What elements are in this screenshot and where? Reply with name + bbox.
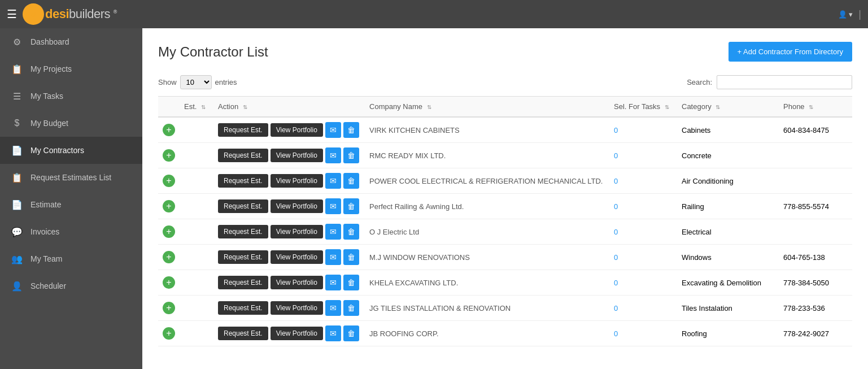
email-button-0[interactable]: ✉ — [325, 122, 341, 138]
budget-icon: $ — [11, 118, 23, 129]
email-button-6[interactable]: ✉ — [325, 275, 341, 290]
sel-count-4[interactable]: 0 — [614, 228, 618, 236]
sidebar-item-scheduler[interactable]: 👤 Scheduler — [0, 272, 142, 299]
sel-tasks-4: 0 — [609, 219, 677, 245]
add-row-icon-4[interactable]: + — [163, 225, 175, 238]
email-button-2[interactable]: ✉ — [325, 173, 341, 189]
estimate-icon: 📄 — [11, 199, 23, 210]
sel-count-2[interactable]: 0 — [614, 177, 618, 185]
col-est[interactable]: Est. ⇅ — [180, 97, 213, 118]
scheduler-icon: 👤 — [11, 280, 23, 292]
request-est-button-2[interactable]: Request Est. — [218, 174, 268, 188]
view-portfolio-button-6[interactable]: View Portfolio — [271, 276, 323, 289]
email-button-3[interactable]: ✉ — [325, 198, 341, 214]
add-contractor-button[interactable]: + Add Contractor From Directory — [729, 42, 852, 62]
sidebar-item-my-contractors[interactable]: 📄 My Contractors — [0, 137, 142, 164]
table-row: + Request Est. View Portfolio ✉ 🗑 RMC RE… — [158, 143, 852, 168]
sidebar-item-request-estimates[interactable]: 📋 Request Estimates List — [0, 164, 142, 191]
request-est-button-8[interactable]: Request Est. — [218, 327, 268, 340]
sidebar-item-my-projects[interactable]: 📋 My Projects — [0, 55, 142, 83]
sidebar-item-my-budget[interactable]: $ My Budget — [0, 110, 142, 137]
sidebar-item-my-tasks[interactable]: ☰ My Tasks — [0, 83, 142, 110]
view-portfolio-button-4[interactable]: View Portfolio — [271, 225, 323, 238]
request-est-button-1[interactable]: Request Est. — [218, 149, 268, 162]
add-row-icon-8[interactable]: + — [163, 327, 175, 340]
add-cell-4: + — [158, 219, 180, 245]
add-row-icon-3[interactable]: + — [163, 200, 175, 212]
sel-count-1[interactable]: 0 — [614, 151, 618, 160]
sel-count-7[interactable]: 0 — [614, 304, 618, 312]
col-action[interactable]: Action ⇅ — [213, 97, 365, 118]
delete-button-7[interactable]: 🗑 — [343, 300, 359, 316]
sel-count-5[interactable]: 0 — [614, 253, 618, 262]
view-portfolio-button-0[interactable]: View Portfolio — [271, 123, 323, 137]
add-cell-3: + — [158, 194, 180, 219]
add-cell-8: + — [158, 321, 180, 346]
view-portfolio-button-5[interactable]: View Portfolio — [271, 250, 323, 264]
delete-button-2[interactable]: 🗑 — [343, 173, 359, 189]
sort-company-icon: ⇅ — [427, 104, 431, 110]
col-category[interactable]: Category ⇅ — [677, 97, 779, 118]
add-row-icon-2[interactable]: + — [163, 175, 175, 187]
col-company[interactable]: Company Name ⇅ — [365, 97, 609, 118]
entries-select[interactable]: 10 25 50 100 — [180, 75, 212, 89]
col-phone[interactable]: Phone ⇅ — [779, 97, 852, 118]
add-row-icon-1[interactable]: + — [163, 149, 175, 162]
email-button-8[interactable]: ✉ — [325, 325, 341, 341]
hamburger-icon[interactable]: ☰ — [7, 7, 17, 21]
delete-button-0[interactable]: 🗑 — [343, 122, 359, 138]
delete-button-3[interactable]: 🗑 — [343, 198, 359, 214]
email-button-1[interactable]: ✉ — [325, 147, 341, 163]
email-button-4[interactable]: ✉ — [325, 224, 341, 240]
delete-button-6[interactable]: 🗑 — [343, 275, 359, 290]
phone-7: 778-233-536 — [779, 296, 852, 321]
sidebar-label-request-estimates: Request Estimates List — [30, 173, 111, 182]
team-icon: 👥 — [11, 253, 23, 264]
estimates-icon: 📋 — [11, 172, 23, 183]
add-row-icon-7[interactable]: + — [163, 302, 175, 314]
user-menu[interactable]: 👤 ▾ — [838, 10, 853, 19]
table-controls: Show 10 25 50 100 entries Search: — [158, 75, 852, 89]
view-portfolio-button-8[interactable]: View Portfolio — [271, 327, 323, 340]
sidebar: ⚙ Dashboard 📋 My Projects ☰ My Tasks $ M… — [0, 28, 142, 369]
request-est-button-6[interactable]: Request Est. — [218, 276, 268, 289]
sidebar-item-invoices[interactable]: 💬 Invoices — [0, 218, 142, 245]
main-content: My Contractor List + Add Contractor From… — [142, 28, 868, 369]
sel-count-6[interactable]: 0 — [614, 279, 618, 287]
request-est-button-3[interactable]: Request Est. — [218, 199, 268, 213]
request-est-button-5[interactable]: Request Est. — [218, 250, 268, 264]
category-1: Concrete — [677, 143, 779, 168]
action-cell-7: Request Est. View Portfolio ✉ 🗑 — [213, 296, 365, 321]
table-row: + Request Est. View Portfolio ✉ 🗑 JB ROO… — [158, 321, 852, 346]
add-cell-2: + — [158, 168, 180, 194]
sidebar-item-estimate[interactable]: 📄 Estimate — [0, 191, 142, 218]
sel-count-8[interactable]: 0 — [614, 329, 618, 338]
phone-6: 778-384-5050 — [779, 270, 852, 296]
request-est-button-0[interactable]: Request Est. — [218, 123, 268, 137]
request-est-button-7[interactable]: Request Est. — [218, 301, 268, 315]
delete-button-8[interactable]: 🗑 — [343, 325, 359, 341]
category-2: Air Conditioning — [677, 168, 779, 194]
sidebar-item-my-team[interactable]: 👥 My Team — [0, 245, 142, 272]
add-row-icon-6[interactable]: + — [163, 276, 175, 289]
search-input[interactable] — [717, 75, 852, 89]
delete-button-5[interactable]: 🗑 — [343, 249, 359, 265]
view-portfolio-button-1[interactable]: View Portfolio — [271, 149, 323, 162]
sel-count-0[interactable]: 0 — [614, 126, 618, 134]
view-portfolio-button-7[interactable]: View Portfolio — [271, 301, 323, 315]
action-cell-4: Request Est. View Portfolio ✉ 🗑 — [213, 219, 365, 245]
sel-count-3[interactable]: 0 — [614, 202, 618, 211]
email-button-5[interactable]: ✉ — [325, 249, 341, 265]
delete-button-1[interactable]: 🗑 — [343, 147, 359, 163]
request-est-button-4[interactable]: Request Est. — [218, 225, 268, 238]
view-portfolio-button-2[interactable]: View Portfolio — [271, 174, 323, 188]
delete-button-4[interactable]: 🗑 — [343, 224, 359, 240]
email-button-7[interactable]: ✉ — [325, 300, 341, 316]
sidebar-item-dashboard[interactable]: ⚙ Dashboard — [0, 28, 142, 55]
col-sel-tasks[interactable]: Sel. For Tasks ⇅ — [609, 97, 677, 118]
table-row: + Request Est. View Portfolio ✉ 🗑 POWER … — [158, 168, 852, 194]
sidebar-label-invoices: Invoices — [30, 227, 59, 236]
add-row-icon-5[interactable]: + — [163, 251, 175, 263]
view-portfolio-button-3[interactable]: View Portfolio — [271, 199, 323, 213]
add-row-icon-0[interactable]: + — [163, 124, 175, 136]
